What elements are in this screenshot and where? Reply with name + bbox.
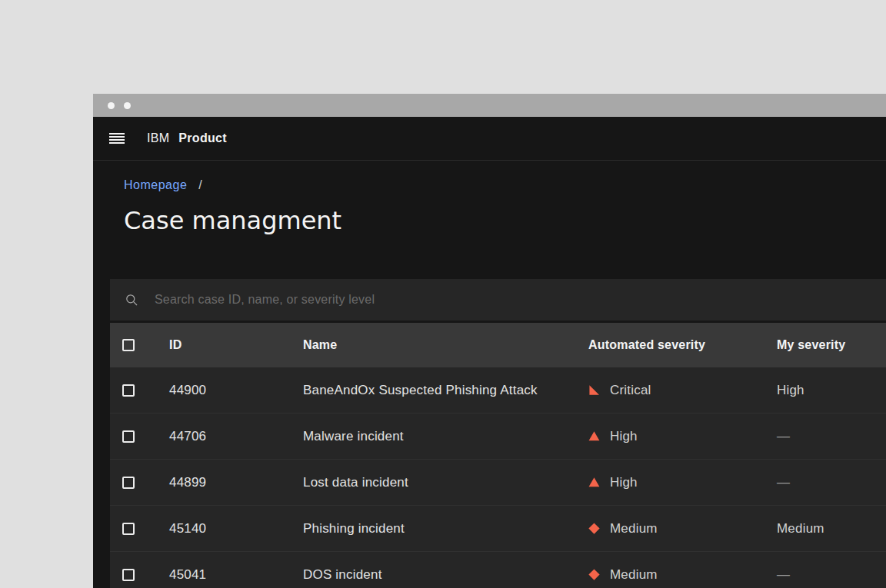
cell-name: Malware incident [303,429,588,444]
brand: IBMProduct [147,131,227,145]
row-checkbox[interactable] [122,430,135,443]
severity-label: Critical [610,383,651,398]
medium-severity-icon [588,569,600,580]
cell-automated-severity: Medium [588,567,777,583]
severity-label: High [610,429,638,444]
table-toolbar [110,279,886,323]
column-header-automated-severity: Automated severity [588,338,777,352]
cell-id: 44899 [169,475,303,490]
search-icon [125,294,138,306]
cell-automated-severity: High [588,429,777,444]
high-severity-icon [588,430,600,442]
cell-id: 44706 [169,429,303,444]
row-checkbox[interactable] [122,477,135,489]
breadcrumb: Homepage / [124,178,202,192]
table-row: 45041 DOS incident Medium — [110,552,886,588]
severity-label: Medium [610,567,658,583]
column-header-name: Name [303,338,588,352]
table-row: 44900 BaneAndOx Suspected Phishing Attac… [110,367,886,414]
cell-name: DOS incident [303,567,588,583]
cell-automated-severity: High [588,475,777,490]
cell-id: 44900 [169,383,303,398]
severity-label: High [610,475,638,490]
row-checkbox[interactable] [122,569,135,581]
critical-severity-icon [588,384,600,396]
cell-my-severity: — [777,567,886,583]
table-row: 45140 Phishing incident Medium Medium [110,506,886,552]
window-control-dot[interactable] [108,102,115,109]
cell-name: BaneAndOx Suspected Phishing Attack [303,383,588,398]
cell-id: 45140 [169,521,303,537]
row-checkbox[interactable] [122,523,135,535]
page-title: Case managment [124,205,341,236]
high-severity-icon [588,477,600,488]
app-header: IBMProduct [93,117,886,161]
cell-my-severity: — [777,475,886,490]
table-row: 44706 Malware incident High — [110,414,886,460]
data-table: ID Name Automated severity My severity 4… [110,279,886,588]
cell-my-severity: High [777,383,886,398]
window-titlebar [93,94,886,117]
cell-name: Phishing incident [303,521,588,537]
cell-id: 45041 [169,567,303,583]
column-header-my-severity: My severity [777,338,886,352]
app-window: IBMProduct Homepage / Case managment ID … [93,94,886,588]
table-row: 44899 Lost data incident High — [110,460,886,506]
cell-automated-severity: Medium [588,521,777,537]
search-input[interactable] [155,293,616,307]
cell-my-severity: — [777,429,886,444]
row-checkbox[interactable] [122,384,135,397]
table-header-row: ID Name Automated severity My severity [110,323,886,367]
breadcrumb-link-homepage[interactable]: Homepage [124,178,187,191]
cell-name: Lost data incident [303,475,588,490]
breadcrumb-separator: / [198,178,202,191]
table-body: 44900 BaneAndOx Suspected Phishing Attac… [110,367,886,588]
cell-automated-severity: Critical [588,383,777,398]
select-all-checkbox[interactable] [122,339,135,351]
medium-severity-icon [588,523,600,534]
window-control-dot[interactable] [124,102,131,109]
column-header-id: ID [169,338,303,352]
menu-icon[interactable] [109,133,125,144]
severity-label: Medium [610,521,658,537]
cell-my-severity: Medium [777,521,886,537]
